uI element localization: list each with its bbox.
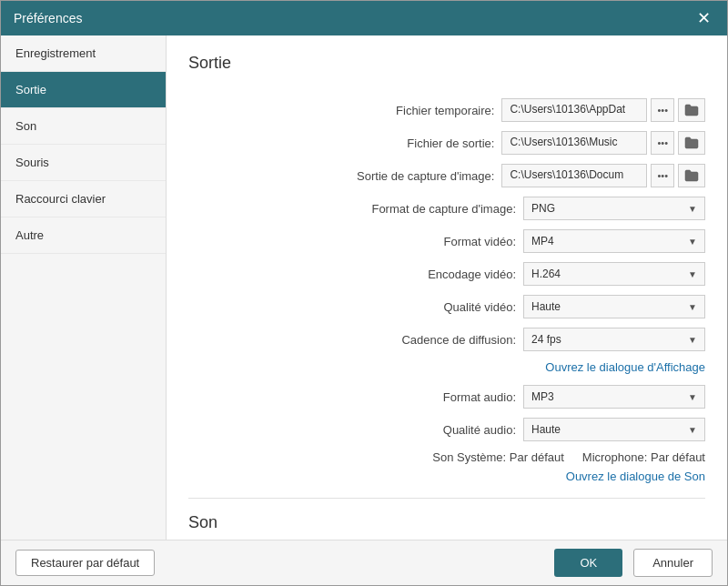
sortie-capture-value: C:\Users\10136\Docum [501,164,647,187]
format-video-select[interactable]: MP4 ▼ [523,229,705,253]
qualite-audio-row: Qualité audio: Haute ▼ [188,418,705,441]
cadence-row: Cadence de diffusion: 24 fps ▼ [188,328,705,351]
encodage-video-row: Encodage vidéo: H.264 ▼ [188,262,705,286]
fichier-temporaire-label: Fichier temporaire: [396,104,494,117]
son-section-title: Son [188,513,705,532]
cadence-select[interactable]: 24 fps ▼ [523,328,705,351]
content-area: Sortie Fichier temporaire: C:\Users\1013… [167,35,727,540]
sidebar-item-sortie[interactable]: Sortie [1,72,166,108]
ok-button[interactable]: OK [554,549,622,577]
qualite-video-row: Qualité vidéo: Haute ▼ [188,295,705,318]
chevron-down-icon: ▼ [688,302,697,312]
sidebar-item-raccourci-clavier[interactable]: Raccourci clavier [1,181,166,217]
ouvrez-affichage-link[interactable]: Ouvrez le dialogue d'Affichage [545,360,705,374]
sortie-capture-dots-button[interactable]: ••• [651,164,674,187]
format-video-label: Format vidéo: [444,235,516,248]
fichier-sortie-label: Fichier de sortie: [407,136,494,150]
microphone-info: Microphone: Par défaut [582,450,705,464]
fichier-sortie-row: Fichier de sortie: C:\Users\10136\Music … [188,131,705,155]
format-audio-label: Format audio: [443,390,516,404]
format-video-row: Format vidéo: MP4 ▼ [188,229,705,253]
fichier-temporaire-dots-button[interactable]: ••• [651,98,674,122]
sidebar-item-son[interactable]: Son [1,108,166,145]
sidebar-item-autre[interactable]: Autre [1,217,166,254]
son-systeme-info-row: Son Système: Par défaut Microphone: Par … [188,450,705,464]
son-systeme-info-label: Son Système: [432,450,506,464]
folder-icon [684,136,699,149]
format-audio-value: MP3 [531,390,554,403]
sortie-capture-input-group: C:\Users\10136\Docum ••• [501,164,705,187]
title-bar: Préférences ✕ [1,1,727,35]
fichier-temporaire-row: Fichier temporaire: C:\Users\10136\AppDa… [188,98,705,122]
format-capture-value: PNG [531,202,555,215]
fichier-sortie-value: C:\Users\10136\Music [501,131,647,155]
fichier-sortie-folder-button[interactable] [678,131,705,155]
fichier-temporaire-value: C:\Users\10136\AppDat [501,98,647,122]
chevron-down-icon: ▼ [688,425,697,435]
son-systeme-info-value: Par défaut [510,450,564,464]
format-capture-select[interactable]: PNG ▼ [523,197,705,220]
footer: Restaurer par défaut OK Annuler [1,540,727,585]
fichier-sortie-dots-button[interactable]: ••• [651,131,674,155]
sortie-capture-folder-button[interactable] [678,164,705,187]
format-audio-select[interactable]: MP3 ▼ [523,385,705,409]
microphone-info-label: Microphone: [582,450,648,464]
chevron-down-icon: ▼ [688,335,697,345]
footer-right: OK Annuler [554,549,713,577]
qualite-video-select[interactable]: Haute ▼ [523,295,705,318]
close-button[interactable]: ✕ [693,8,714,28]
sortie-capture-label: Sortie de capture d'image: [357,169,494,183]
format-audio-row: Format audio: MP3 ▼ [188,385,705,409]
format-capture-row: Format de capture d'image: PNG ▼ [188,197,705,220]
sidebar-item-enregistrement[interactable]: Enregistrement [1,35,166,72]
folder-icon [684,104,699,116]
chevron-down-icon: ▼ [688,204,697,214]
microphone-info-value: Par défaut [651,450,705,464]
qualite-video-value: Haute [531,300,561,313]
sidebar: Enregistrement Sortie Son Souris Raccour… [1,35,167,540]
dialog-body: Enregistrement Sortie Son Souris Raccour… [1,35,727,540]
qualite-audio-value: Haute [531,423,561,436]
dialog-title: Préférences [14,11,82,25]
sortie-capture-row: Sortie de capture d'image: C:\Users\1013… [188,164,705,187]
ouvrez-son-row: Ouvrez le dialogue de Son [188,470,705,483]
ouvrez-son-link[interactable]: Ouvrez le dialogue de Son [566,470,705,483]
folder-icon [684,169,699,182]
ouvrez-affichage-row: Ouvrez le dialogue d'Affichage [188,360,705,374]
preferences-dialog: Préférences ✕ Enregistrement Sortie Son … [0,0,728,586]
cadence-value: 24 fps [531,333,561,346]
separator [188,498,705,499]
fichier-temporaire-folder-button[interactable] [678,98,705,122]
encodage-video-select[interactable]: H.264 ▼ [523,262,705,286]
format-video-value: MP4 [531,235,554,248]
format-capture-label: Format de capture d'image: [371,202,516,216]
chevron-down-icon: ▼ [688,237,697,247]
chevron-down-icon: ▼ [688,392,697,402]
restore-button[interactable]: Restaurer par défaut [15,550,155,576]
sortie-section-title: Sortie [188,54,705,80]
fichier-sortie-input-group: C:\Users\10136\Music ••• [501,131,705,155]
encodage-video-value: H.264 [531,268,561,280]
fichier-temporaire-input-group: C:\Users\10136\AppDat ••• [501,98,705,122]
chevron-down-icon: ▼ [688,269,697,279]
son-systeme-info: Son Système: Par défaut [432,450,564,464]
cadence-label: Cadence de diffusion: [401,333,516,347]
cancel-button[interactable]: Annuler [633,549,713,577]
encodage-video-label: Encodage vidéo: [428,268,516,281]
qualite-audio-label: Qualité audio: [443,423,516,437]
qualite-audio-select[interactable]: Haute ▼ [523,418,705,441]
qualite-video-label: Qualité vidéo: [444,300,517,314]
sidebar-item-souris[interactable]: Souris [1,145,166,181]
